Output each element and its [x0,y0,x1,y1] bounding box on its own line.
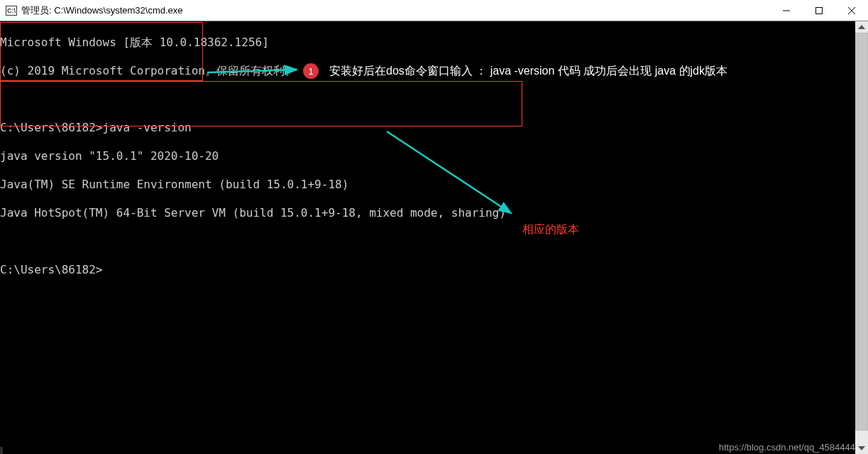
svg-rect-1 [816,8,823,14]
svg-marker-5 [858,446,865,450]
scroll-down-button[interactable] [855,443,868,454]
scroll-up-button[interactable] [855,21,868,33]
terminal-line: Java HotSpot(TM) 64-Bit Server VM (build… [0,206,855,220]
close-icon [847,6,856,15]
chevron-up-icon [858,25,865,29]
annotation-instruction: 安装好后在dos命令窗口输入 ： java -version 代码 成功后会出现… [329,64,727,79]
cmd-icon: C:\ [6,6,17,16]
terminal-line: java version "15.0.1" 2020-10-20 [0,149,855,163]
vertical-scrollbar[interactable] [855,21,868,454]
window-titlebar: C:\ 管理员: C:\Windows\system32\cmd.exe [0,0,868,21]
annotation-version-label: 相应的版本 [522,222,579,237]
annotation-box-output [0,81,522,126]
maximize-icon [815,6,823,15]
badge-number: 1 [308,66,313,77]
minimize-icon [782,6,791,15]
scrollbar-thumb[interactable] [855,33,868,431]
annotation-badge-1: 1 [303,63,319,79]
terminal-line: C:\Users\86182> [0,263,855,277]
svg-marker-4 [858,25,865,29]
maximize-button[interactable] [803,0,835,21]
window-title: 管理员: C:\Windows\system32\cmd.exe [21,4,183,17]
close-button[interactable] [835,0,868,21]
minimize-button[interactable] [770,0,803,21]
terminal-line [0,234,855,249]
decorative-strip [0,447,3,454]
chevron-down-icon [858,446,865,450]
window-controls [770,0,868,21]
watermark-text: https://blog.csdn.net/qq_4584444 [719,442,855,453]
cmd-icon-label: C:\ [7,7,16,14]
terminal-line: Java(TM) SE Runtime Environment (build 1… [0,178,855,192]
annotation-box-command [0,22,203,81]
